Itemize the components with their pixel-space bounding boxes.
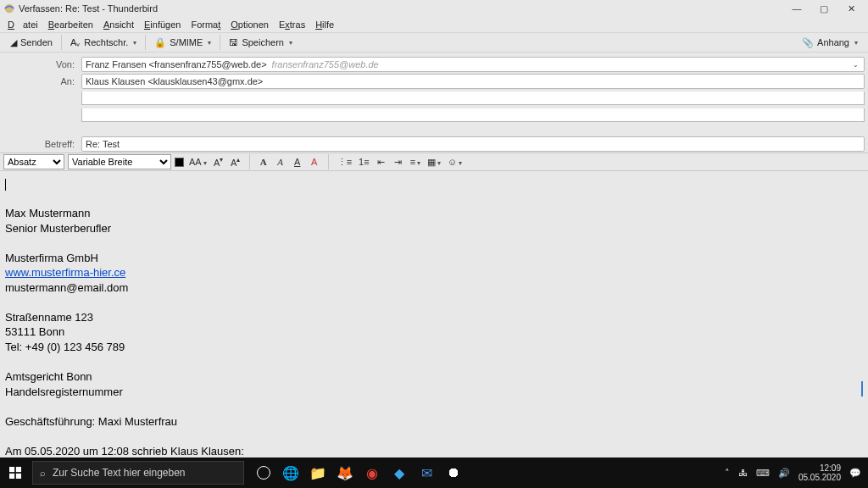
menu-file[interactable]: Datei — [3, 19, 42, 30]
taskbar-app-firefox[interactable]: 🦊 — [332, 458, 358, 488]
minimize-button[interactable]: — — [783, 1, 810, 16]
send-button[interactable]: ◢Senden — [5, 36, 58, 49]
taskbar-app-obs[interactable]: ⏺ — [441, 458, 466, 488]
font-size-up-button[interactable]: A▴ — [229, 156, 242, 168]
tray-input-icon[interactable]: ⌨ — [756, 468, 770, 479]
save-icon: 🖫 — [229, 37, 238, 47]
save-button[interactable]: 🖫Speichern▾ — [224, 36, 298, 48]
to-field[interactable]: Klaus Klausen <klausklausen43@gmx.de> — [81, 74, 865, 89]
svg-rect-2 — [16, 467, 21, 472]
spellcheck-icon: Aᵥ — [70, 37, 81, 48]
attach-button[interactable]: 📎Anhang▾ — [797, 36, 863, 49]
search-placeholder: Zur Suche Text hier eingeben — [53, 467, 186, 479]
taskbar-app-thunderbird[interactable]: ✉ — [414, 458, 439, 488]
menu-extras[interactable]: Extras — [275, 19, 309, 30]
svg-point-0 — [5, 4, 14, 14]
menu-insert[interactable]: Einfügen — [140, 19, 185, 30]
signature-block: Max Mustermann Senior Musterberufler Mus… — [5, 206, 863, 429]
selection-mark — [861, 381, 863, 396]
svg-rect-3 — [9, 474, 14, 479]
subject-field[interactable]: Re: Test — [81, 136, 865, 152]
text-caret — [5, 179, 6, 191]
maximize-button[interactable]: ▢ — [810, 1, 837, 16]
text-color-swatch[interactable] — [175, 158, 184, 167]
paragraph-style-select[interactable]: Absatz — [3, 154, 64, 169]
tray-network-icon[interactable]: 🖧 — [738, 468, 748, 478]
taskbar-app-chrome[interactable]: ◉ — [359, 458, 385, 488]
spellcheck-button[interactable]: AᵥRechtschr.▾ — [65, 36, 142, 49]
taskbar-app-edge[interactable]: 🌐 — [278, 458, 303, 488]
menubar: Datei Bearbeiten Ansicht Einfügen Format… — [0, 17, 868, 32]
chevron-down-icon: ▾ — [289, 39, 292, 47]
menu-format[interactable]: Format — [186, 19, 225, 30]
format-toolbar: Absatz Variable Breite AA▾ A▾ A▴ A A A A… — [0, 152, 868, 171]
clear-format-button[interactable]: A — [308, 157, 321, 167]
emoji-button[interactable]: ☺▾ — [446, 157, 464, 167]
notifications-icon[interactable]: 💬 — [849, 468, 861, 479]
taskbar-apps: 🌐 📁 🦊 ◉ ◆ ✉ ⏺ — [251, 458, 466, 488]
menu-help[interactable]: Hilfe — [311, 19, 338, 30]
outdent-button[interactable]: ⇤ — [375, 157, 388, 168]
taskbar-app-explorer[interactable]: 📁 — [305, 458, 331, 488]
tray-chevron-up-icon[interactable]: ˄ — [725, 468, 730, 479]
insert-image-button[interactable]: ▦▾ — [426, 157, 442, 168]
to-label: An: — [3, 76, 81, 86]
from-field[interactable]: Franz Fransen <fransenfranz755@web.de> f… — [81, 57, 865, 72]
system-tray: ˄ 🖧 ⌨ 🔊 12:09 05.05.2020 💬 — [718, 463, 868, 482]
smime-button[interactable]: 🔒S/MIME▾ — [149, 36, 216, 49]
tray-volume-icon[interactable]: 🔊 — [778, 468, 790, 479]
message-headers: Von: Franz Fransen <fransenfranz755@web.… — [0, 53, 868, 152]
windows-taskbar: ⌕ Zur Suche Text hier eingeben 🌐 📁 🦊 ◉ ◆… — [0, 458, 868, 488]
menu-options[interactable]: Optionen — [226, 19, 273, 30]
extra-recipient-field[interactable] — [81, 108, 865, 122]
search-icon: ⌕ — [40, 468, 46, 478]
from-identity-hint: fransenfranz755@web.de — [272, 59, 379, 69]
subject-label: Betreff: — [3, 139, 81, 149]
font-family-select[interactable]: Variable Breite — [68, 154, 171, 169]
taskbar-clock[interactable]: 12:09 05.05.2020 — [798, 463, 841, 482]
extra-recipient-field[interactable] — [81, 92, 865, 105]
close-button[interactable]: ✕ — [837, 1, 865, 16]
align-button[interactable]: ≡▾ — [409, 157, 422, 167]
quote-intro: Am 05.05.2020 um 12:08 schrieb Klaus Kla… — [5, 444, 863, 458]
signature-website-link[interactable]: www.musterfirma-hier.ce — [5, 266, 125, 279]
bold-button[interactable]: A — [257, 157, 270, 167]
svg-rect-4 — [16, 474, 21, 479]
chevron-down-icon: ▾ — [854, 39, 858, 47]
start-button[interactable] — [0, 458, 31, 488]
indent-button[interactable]: ⇥ — [392, 157, 405, 168]
taskbar-app-vscode[interactable]: ◆ — [387, 458, 412, 488]
paperclip-icon: 📎 — [802, 37, 814, 48]
message-body-editor[interactable]: Max Mustermann Senior Musterberufler Mus… — [0, 171, 868, 458]
underline-button[interactable]: A — [291, 157, 304, 167]
task-view-button[interactable] — [251, 458, 276, 488]
main-toolbar: ◢Senden AᵥRechtschr.▾ 🔒S/MIME▾ 🖫Speicher… — [0, 32, 868, 53]
chevron-down-icon[interactable]: ⌄ — [851, 61, 860, 69]
send-icon: ◢ — [10, 37, 17, 48]
font-size-down-button[interactable]: A▾ — [212, 156, 225, 168]
svg-rect-1 — [9, 467, 14, 472]
app-icon — [3, 3, 15, 14]
chevron-down-icon: ▾ — [208, 39, 211, 47]
window-title: Verfassen: Re: Test - Thunderbird — [19, 3, 783, 14]
taskbar-search[interactable]: ⌕ Zur Suche Text hier eingeben — [32, 461, 244, 485]
font-size-dropdown[interactable]: AA▾ — [187, 157, 209, 167]
chevron-down-icon: ▾ — [133, 39, 136, 47]
lock-icon: 🔒 — [154, 37, 166, 48]
italic-button[interactable]: A — [274, 157, 287, 167]
bullet-list-button[interactable]: ⋮≡ — [336, 157, 353, 168]
from-label: Von: — [3, 59, 81, 69]
menu-edit[interactable]: Bearbeiten — [44, 19, 97, 30]
numbered-list-button[interactable]: 1≡ — [357, 157, 371, 167]
titlebar: Verfassen: Re: Test - Thunderbird — ▢ ✕ — [0, 0, 868, 17]
menu-view[interactable]: Ansicht — [99, 19, 138, 30]
